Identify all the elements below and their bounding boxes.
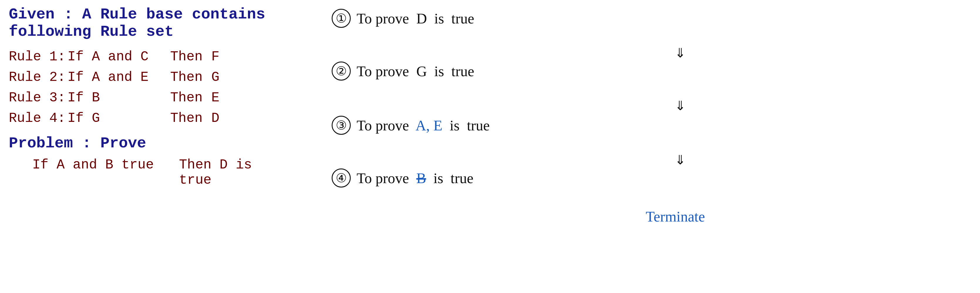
rule-1-label: Rule 1: [9, 49, 67, 65]
given-title: Given : A Rule base contains following R… [9, 6, 273, 40]
step-1-text: To prove D is true [356, 10, 474, 27]
rule-1-then: Then [170, 49, 211, 65]
step-4-number: ④ [332, 168, 351, 187]
rule-4-result: D [211, 111, 220, 126]
problem-condition: If A and B true [32, 157, 179, 173]
problem-then: Then D is true [179, 157, 273, 188]
rule-4-then: Then [170, 111, 211, 126]
rule-4: Rule 4: If G Then D [9, 111, 273, 126]
arrow-3: ⇓ [675, 148, 686, 169]
step-1: ① To prove D is true [332, 9, 474, 28]
rule-2-label: Rule 2: [9, 70, 67, 85]
rule-1-result: F [211, 49, 220, 65]
rule-1: Rule 1: If A and C Then F [9, 49, 273, 65]
step-3-var: A, E [415, 117, 442, 134]
step-4: ④ To prove B is true [332, 168, 473, 187]
step-3-number: ③ [332, 116, 351, 135]
step-1-var: D [416, 10, 427, 27]
problem-section: Problem : Prove If A and B true Then D i… [9, 135, 273, 188]
left-panel: Given : A Rule base contains following R… [9, 6, 273, 188]
rule-4-condition: If G [67, 111, 170, 126]
rule-3-label: Rule 3: [9, 90, 67, 106]
rule-2-result: G [211, 70, 220, 85]
arrow-1: ⇓ [675, 41, 686, 63]
arrow-2: ⇓ [675, 94, 686, 116]
rule-4-label: Rule 4: [9, 111, 67, 126]
step-3: ③ To prove A, E is true [332, 116, 490, 135]
step-4-var: B [416, 170, 426, 186]
step-2-var: G [416, 63, 427, 79]
rule-2: Rule 2: If A and E Then G [9, 70, 273, 85]
step-1-number: ① [332, 9, 351, 28]
step-2-text: To prove G is true [356, 63, 474, 80]
rule-3-result: E [211, 90, 220, 106]
step-2: ② To prove G is true [332, 62, 474, 81]
rule-2-condition: If A and E [67, 70, 170, 85]
rule-3-condition: If B [67, 90, 170, 106]
step-2-number: ② [332, 62, 351, 81]
rule-3-then: Then [170, 90, 211, 106]
rules-list: Rule 1: If A and C Then F Rule 2: If A a… [9, 49, 273, 126]
step-4-text: To prove B is true [356, 169, 473, 187]
problem-title: Problem : Prove [9, 135, 273, 152]
terminate-label: Terminate [646, 208, 705, 225]
rule-2-then: Then [170, 70, 211, 85]
problem-row: If A and B true Then D is true [32, 157, 273, 188]
rule-1-condition: If A and C [67, 49, 170, 65]
step-3-text: To prove A, E is true [356, 117, 490, 134]
rule-3: Rule 3: If B Then E [9, 90, 273, 106]
